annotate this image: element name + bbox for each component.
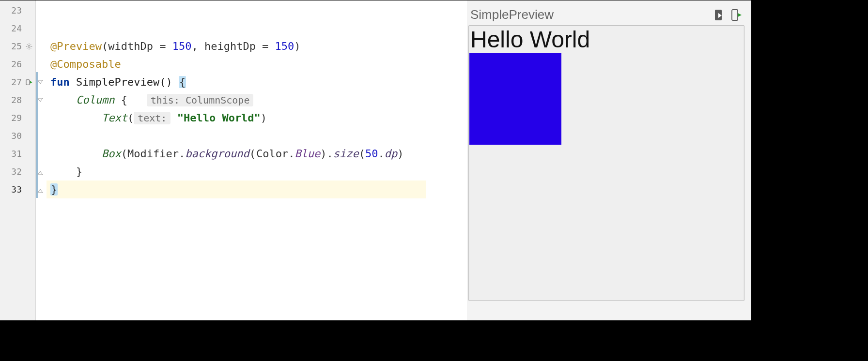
code-line[interactable]: Box(Modifier.background(Color.Blue).size… xyxy=(46,145,426,163)
inline-hint: this: ColumnScope xyxy=(147,94,254,106)
code-line[interactable]: @Preview(widthDp = 150, heightDp = 150) xyxy=(46,37,426,55)
line-number[interactable]: 31 xyxy=(0,145,35,163)
preview-canvas[interactable]: Hello World xyxy=(468,25,744,301)
code-line[interactable]: Text(text: "Hello World") xyxy=(46,109,426,127)
code-area[interactable]: @Preview(widthDp = 150, heightDp = 150) … xyxy=(46,0,426,320)
interactive-preview-icon[interactable] xyxy=(713,9,724,21)
line-number[interactable]: 24 xyxy=(0,19,35,37)
deploy-preview-icon[interactable] xyxy=(731,9,742,21)
run-icon[interactable] xyxy=(25,78,33,87)
preview-text: Hello World xyxy=(469,26,744,53)
line-number[interactable]: 27 xyxy=(0,73,35,91)
line-number[interactable]: 32 xyxy=(0,163,35,180)
code-line[interactable]: Column { this: ColumnScope xyxy=(46,91,426,109)
fold-toggle-icon[interactable] xyxy=(37,97,44,104)
line-number[interactable]: 25 xyxy=(0,37,35,55)
preview-pane: SimplePreview Hello World xyxy=(467,0,751,320)
preview-header: SimplePreview xyxy=(468,7,744,25)
code-line[interactable] xyxy=(46,1,426,19)
line-number[interactable]: 30 xyxy=(0,127,35,145)
inline-hint: text: xyxy=(134,112,170,124)
preview-title: SimplePreview xyxy=(470,7,554,22)
fold-end-icon[interactable] xyxy=(37,168,44,175)
fold-gutter[interactable] xyxy=(36,0,46,320)
fold-end-icon[interactable] xyxy=(37,186,44,193)
code-editor[interactable]: 23 24 25 26 27 28 29 30 31 32 33 xyxy=(0,0,426,320)
svg-rect-3 xyxy=(732,10,738,20)
fold-toggle-icon[interactable] xyxy=(37,79,44,86)
current-line-highlight xyxy=(46,180,426,198)
gear-icon[interactable] xyxy=(25,42,33,51)
line-number-gutter[interactable]: 23 24 25 26 27 28 29 30 31 32 33 xyxy=(0,0,36,320)
line-number[interactable]: 29 xyxy=(0,109,35,127)
pane-divider[interactable] xyxy=(426,0,467,320)
svg-rect-1 xyxy=(26,79,30,85)
code-line[interactable]: fun SimplePreview() { xyxy=(46,73,426,91)
line-number[interactable]: 28 xyxy=(0,91,35,109)
code-line[interactable]: } xyxy=(46,163,426,180)
code-line[interactable] xyxy=(46,19,426,37)
line-number-current[interactable]: 33 xyxy=(0,180,35,198)
line-number[interactable]: 23 xyxy=(0,1,35,19)
preview-box xyxy=(469,53,561,145)
code-line[interactable]: @Composable xyxy=(46,55,426,73)
code-line[interactable] xyxy=(46,127,426,145)
line-number[interactable]: 26 xyxy=(0,55,35,73)
svg-point-0 xyxy=(28,45,30,47)
ide-frame: 23 24 25 26 27 28 29 30 31 32 33 xyxy=(0,0,751,320)
